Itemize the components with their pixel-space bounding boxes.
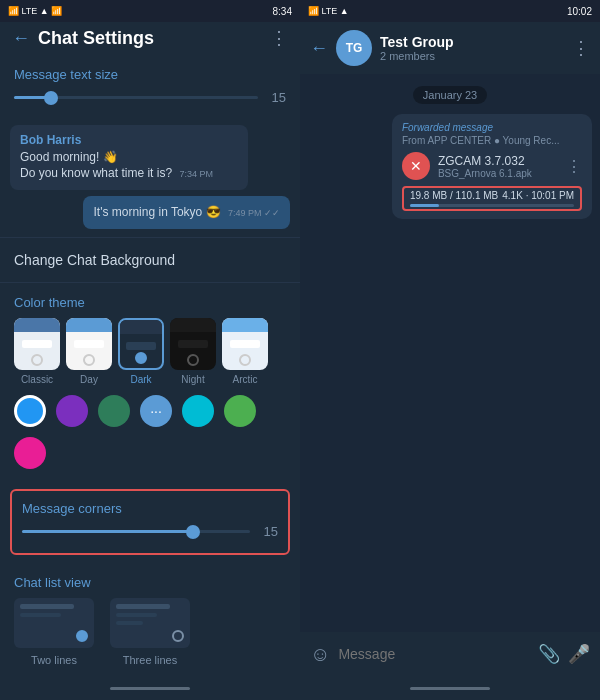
right-bottom: [300, 676, 600, 700]
color-theme-section: Color theme Classic: [0, 283, 300, 489]
two-lines-label: Two lines: [31, 654, 77, 666]
color-theme-label: Color theme: [14, 295, 286, 310]
corners-value: 15: [258, 524, 278, 539]
progress-text: 19.8 MB / 110.1 MB 4.1K · 10:01 PM: [410, 190, 574, 201]
forwarded-message: Forwarded message From APP CENTER ● Youn…: [392, 114, 592, 219]
three-lines-label: Three lines: [123, 654, 177, 666]
message-input[interactable]: [338, 646, 530, 662]
text-size-value: 15: [266, 90, 286, 105]
chat-name: Test Group: [380, 34, 564, 50]
emoji-button[interactable]: ☺: [310, 643, 330, 666]
back-button[interactable]: ←: [12, 28, 30, 49]
forwarded-label: Forwarded message: [402, 122, 582, 133]
left-signal: 📶 LTE ▲ 📶: [8, 6, 62, 16]
arctic-label: Arctic: [233, 374, 258, 385]
theme-day[interactable]: Day: [66, 318, 112, 385]
theme-arctic[interactable]: Arctic: [222, 318, 268, 385]
download-progress: 19.8 MB / 110.1 MB 4.1K · 10:01 PM: [402, 186, 582, 211]
chat-list-section: Chat list view Two lines: [0, 565, 300, 676]
change-background-button[interactable]: Change Chat Background: [0, 238, 300, 283]
chat-settings-header: ← Chat Settings ⋮: [0, 22, 300, 55]
dark-label: Dark: [130, 374, 151, 385]
right-bottom-indicator: [410, 687, 490, 690]
progress-size: 19.8 MB / 110.1 MB: [410, 190, 498, 201]
corners-slider-track[interactable]: [22, 530, 250, 533]
msg-time-1: 7:34 PM: [179, 169, 213, 179]
classic-label: Classic: [21, 374, 53, 385]
text-size-label: Message text size: [14, 67, 286, 82]
day-label: Day: [80, 374, 98, 385]
left-bottom-indicator: [110, 687, 190, 690]
file-row: ✕ ZGCAM 3.7.032 BSG_Arnova 6.1.apk ⋮: [402, 152, 582, 180]
right-signal: 📶 LTE ▲: [308, 6, 349, 16]
slider-thumb[interactable]: [44, 91, 58, 105]
day-radio: [83, 354, 95, 366]
menu-icon[interactable]: ⋮: [270, 27, 288, 49]
text-size-slider-track[interactable]: [14, 96, 258, 99]
two-lines-radio: [76, 630, 88, 642]
attach-button[interactable]: 📎: [538, 643, 560, 665]
chat-messages: January 23 Forwarded message From APP CE…: [300, 74, 600, 632]
msg-text-2: It's morning in Tokyo 😎 7:49 PM ✓✓: [93, 204, 280, 221]
msg-sender: Bob Harris: [20, 133, 238, 147]
theme-classic[interactable]: Classic: [14, 318, 60, 385]
color-lime[interactable]: [224, 395, 256, 427]
msg-text-1: Good morning! 👋 Do you know what time it…: [20, 149, 238, 183]
right-back-button[interactable]: ←: [310, 38, 328, 59]
day-preview: [66, 318, 112, 370]
chat-header: ← TG Test Group 2 members ⋮: [300, 22, 600, 74]
left-bottom: [0, 676, 300, 700]
chat-info: Test Group 2 members: [380, 34, 564, 62]
progress-bar-fill: [410, 204, 440, 207]
file-name: ZGCAM 3.7.032: [438, 154, 558, 168]
theme-dark[interactable]: Dark: [118, 318, 164, 385]
received-message: Bob Harris Good morning! 👋 Do you know w…: [10, 125, 248, 191]
mic-button[interactable]: 🎤: [568, 643, 590, 665]
corners-slider-thumb[interactable]: [186, 525, 200, 539]
right-status-bar: 📶 LTE ▲ 10:02: [300, 0, 600, 22]
left-panel: ← Chat Settings ⋮ Message text size 15 B…: [0, 22, 300, 676]
corners-label: Message corners: [22, 501, 278, 516]
file-menu-icon[interactable]: ⋮: [566, 157, 582, 176]
progress-bar: [410, 204, 574, 207]
color-lightblue[interactable]: ···: [140, 395, 172, 427]
list-view-options: Two lines Three lines: [14, 598, 286, 666]
message-corners-section: Message corners 15: [10, 489, 290, 555]
theme-night[interactable]: Night: [170, 318, 216, 385]
forwarded-from: From APP CENTER ● Young Rec...: [402, 135, 582, 146]
left-time: 8:34: [273, 6, 292, 17]
classic-preview: [14, 318, 60, 370]
night-label: Night: [181, 374, 204, 385]
avatar: TG: [336, 30, 372, 66]
corners-slider-container: 15: [22, 524, 278, 539]
msg-time-2: 7:49 PM ✓✓: [228, 208, 280, 218]
three-lines-preview: [110, 598, 190, 648]
night-radio: [187, 354, 199, 366]
bottom-nav-bar: [0, 676, 600, 700]
chat-list-label: Chat list view: [14, 575, 286, 590]
accent-color-circles: ···: [14, 395, 286, 469]
color-pink[interactable]: [14, 437, 46, 469]
arctic-preview: [222, 318, 268, 370]
arctic-radio: [239, 354, 251, 366]
night-preview: [170, 318, 216, 370]
corners-slider-fill: [22, 530, 193, 533]
color-cyan[interactable]: [182, 395, 214, 427]
two-lines-option[interactable]: Two lines: [14, 598, 94, 666]
color-green[interactable]: [98, 395, 130, 427]
right-menu-icon[interactable]: ⋮: [572, 37, 590, 59]
chat-members: 2 members: [380, 50, 564, 62]
chat-input-bar: ☺ 📎 🎤: [300, 632, 600, 676]
page-title: Chat Settings: [38, 28, 262, 49]
message-preview-area: Bob Harris Good morning! 👋 Do you know w…: [0, 117, 300, 237]
text-size-slider-container: 15: [14, 90, 286, 105]
progress-speed: 4.1K · 10:01 PM: [502, 190, 574, 201]
dark-radio: [135, 352, 147, 364]
cancel-download-button[interactable]: ✕: [402, 152, 430, 180]
file-info: ZGCAM 3.7.032 BSG_Arnova 6.1.apk: [438, 154, 558, 179]
color-blue[interactable]: [14, 395, 46, 427]
color-purple[interactable]: [56, 395, 88, 427]
text-size-section: Message text size 15: [0, 55, 300, 117]
three-lines-option[interactable]: Three lines: [110, 598, 190, 666]
classic-radio: [31, 354, 43, 366]
